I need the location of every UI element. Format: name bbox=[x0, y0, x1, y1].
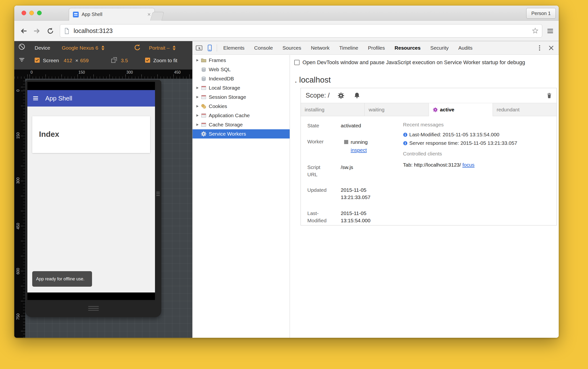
gear-icon bbox=[201, 131, 206, 137]
controlled-clients-title: Controlled clients bbox=[403, 151, 553, 156]
tab-favicon-icon bbox=[73, 12, 79, 17]
inspect-cursor-icon bbox=[196, 44, 203, 51]
device-pixel-ratio-field[interactable]: 3.5 bbox=[121, 58, 128, 63]
ruler-number: 600 bbox=[16, 266, 20, 277]
sw-registration-box: Scope: / installing waiting bbox=[300, 88, 557, 226]
script-url-value: /sw.js bbox=[341, 164, 383, 178]
screen-height-field[interactable]: 659 bbox=[80, 58, 89, 63]
media-queries-button[interactable] bbox=[18, 56, 25, 63]
browser-tab[interactable]: App Shell bbox=[69, 8, 155, 20]
sidebar-item-cache-storage[interactable]: Cache Storage bbox=[193, 120, 290, 129]
tab-elements[interactable]: Elements bbox=[218, 41, 249, 55]
device-model-select[interactable]: Google Nexus 6 bbox=[62, 45, 105, 51]
updated-value: 2015-11-05 13:21:33.057 bbox=[341, 186, 383, 201]
index-card: Index bbox=[32, 116, 150, 153]
disclosure-triangle-icon[interactable] bbox=[196, 114, 199, 117]
sidebar-item-cookies[interactable]: Cookies bbox=[193, 102, 290, 111]
tab-sources[interactable]: Sources bbox=[278, 41, 306, 55]
ruler-number: 450 bbox=[16, 221, 20, 231]
device-resize-handle[interactable] bbox=[88, 306, 99, 312]
new-tab-button[interactable] bbox=[150, 12, 164, 20]
sw-tab-installing[interactable]: installing bbox=[301, 103, 365, 116]
disclosure-triangle-icon[interactable] bbox=[196, 96, 199, 98]
stop-worker-icon[interactable] bbox=[344, 140, 348, 144]
devtools-close-button[interactable] bbox=[547, 44, 555, 51]
table-icon bbox=[201, 122, 206, 128]
sw-tab-active-label: active bbox=[440, 107, 454, 113]
sw-pause-on-start-row: Open DevTools window and pause JavaScrip… bbox=[294, 59, 558, 66]
sidebar-item-indexeddb[interactable]: IndexedDB bbox=[193, 74, 290, 83]
page-icon bbox=[63, 28, 70, 34]
tab-audits[interactable]: Audits bbox=[454, 41, 477, 55]
device-emulation-pane: Device Google Nexus 6 Portrait – Screen … bbox=[14, 41, 192, 338]
screen-width-field[interactable]: 412 bbox=[64, 58, 72, 63]
device-mode-button[interactable] bbox=[206, 44, 213, 51]
app-header-title: App Shell bbox=[45, 95, 72, 102]
devtools-menu-button[interactable] bbox=[536, 44, 543, 51]
rotate-button[interactable] bbox=[134, 44, 141, 51]
tab-resources[interactable]: Resources bbox=[390, 41, 425, 55]
sidebar-item-session-storage[interactable]: Session Storage bbox=[193, 92, 290, 102]
folder-icon bbox=[201, 57, 206, 63]
minimize-window-button[interactable] bbox=[29, 11, 34, 15]
device-resize-handle[interactable] bbox=[156, 192, 160, 197]
disclosure-triangle-icon[interactable] bbox=[196, 59, 199, 62]
titlebar: App Shell Person 1 bbox=[14, 6, 559, 20]
tab-network[interactable]: Network bbox=[306, 41, 334, 55]
inspect-worker-link[interactable]: inspect bbox=[351, 147, 367, 153]
sidebar-item-web-sql[interactable]: Web SQL bbox=[193, 65, 290, 74]
delete-registration-icon[interactable] bbox=[546, 92, 553, 99]
client-url-text: Tab: http://localhost:3123/ bbox=[403, 162, 461, 168]
tab-console[interactable]: Console bbox=[249, 41, 278, 55]
app-menu-icon[interactable] bbox=[32, 95, 39, 102]
browser-menu-button[interactable] bbox=[546, 26, 555, 36]
tab-timeline[interactable]: Timeline bbox=[334, 41, 363, 55]
screen-checkbox[interactable] bbox=[35, 58, 40, 63]
ruler-number: 0 bbox=[16, 85, 20, 96]
disclosure-triangle-icon[interactable] bbox=[196, 87, 199, 89]
sidebar-item-application-cache[interactable]: Application Cache bbox=[193, 111, 290, 120]
zoom-window-button[interactable] bbox=[37, 11, 42, 15]
ruler-number: 150 bbox=[78, 70, 85, 75]
block-overlay-button[interactable] bbox=[18, 43, 25, 50]
emulated-device-frame: App Shell Index App ready for offline us… bbox=[25, 80, 161, 317]
sidebar-item-local-storage[interactable]: Local Storage bbox=[193, 83, 290, 92]
cookie-icon bbox=[201, 103, 206, 109]
sw-tab-waiting[interactable]: waiting bbox=[365, 103, 429, 116]
forward-button[interactable] bbox=[32, 26, 41, 36]
push-notification-icon[interactable] bbox=[354, 92, 360, 99]
tab-security[interactable]: Security bbox=[425, 41, 454, 55]
select-arrows-icon bbox=[101, 45, 105, 51]
sw-tab-active[interactable]: active bbox=[429, 103, 493, 116]
hamburger-menu-icon bbox=[546, 27, 554, 35]
reload-button[interactable] bbox=[46, 26, 55, 36]
close-icon bbox=[547, 44, 555, 51]
worker-status: running bbox=[351, 139, 368, 145]
sw-details-left-column: State activated Worker running inspect S… bbox=[307, 122, 397, 224]
close-window-button[interactable] bbox=[21, 11, 26, 15]
sw-pause-checkbox[interactable] bbox=[294, 60, 299, 65]
updated-label: Updated bbox=[307, 186, 329, 201]
tab-profiles[interactable]: Profiles bbox=[363, 41, 390, 55]
sidebar-item-label: Cookies bbox=[209, 103, 227, 109]
tab-close-icon[interactable] bbox=[147, 12, 151, 16]
last-modified-value: 2015-11-05 13:15:54.000 bbox=[341, 210, 383, 224]
disclosure-triangle-icon[interactable] bbox=[196, 105, 199, 108]
orientation-select[interactable]: Portrait – bbox=[149, 45, 176, 51]
address-bar[interactable]: localhost:3123 bbox=[60, 24, 542, 38]
sw-last-modified-row: Last-Modified 2015-11-05 13:15:54.000 bbox=[307, 210, 397, 224]
back-button[interactable] bbox=[19, 26, 28, 36]
focus-client-link[interactable]: focus bbox=[462, 162, 475, 168]
check-icon bbox=[35, 58, 39, 62]
profile-button[interactable]: Person 1 bbox=[526, 8, 556, 19]
sw-update-icon[interactable] bbox=[338, 92, 344, 99]
disclosure-triangle-icon[interactable] bbox=[196, 123, 199, 126]
zoom-to-fit-label: Zoom to fit bbox=[153, 58, 177, 63]
bookmark-star-icon[interactable] bbox=[532, 28, 539, 34]
sidebar-item-service-workers[interactable]: Service Workers bbox=[193, 129, 290, 138]
sidebar-item-frames[interactable]: Frames bbox=[193, 56, 290, 65]
inspect-element-button[interactable] bbox=[196, 44, 203, 51]
sw-tab-redundant[interactable]: redundant bbox=[493, 103, 557, 116]
zoom-to-fit-checkbox[interactable] bbox=[145, 58, 150, 63]
ruler-number: 300 bbox=[16, 175, 20, 186]
